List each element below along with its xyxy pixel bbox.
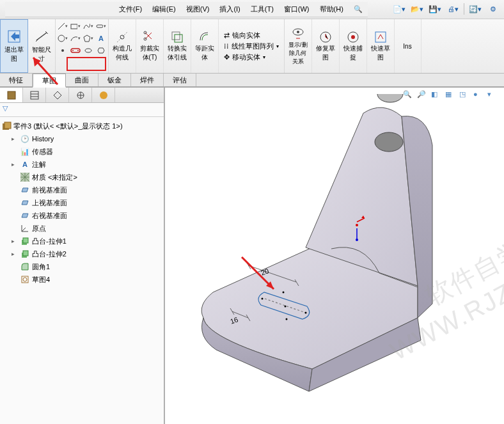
circle-tool-button[interactable]	[57, 33, 68, 44]
svg-rect-18	[375, 32, 386, 42]
svg-point-37	[305, 312, 307, 314]
text-tool-button[interactable]: A	[95, 33, 107, 44]
plane-icon	[20, 185, 30, 195]
tree-plane-right[interactable]: 右视基准面	[1, 209, 162, 222]
trim-button[interactable]: 剪裁实 体(T)	[136, 19, 164, 73]
tab-weldment[interactable]: 焊件	[131, 74, 164, 86]
menu-window[interactable]: 窗口(W)	[279, 3, 315, 16]
svg-point-36	[285, 306, 287, 308]
hex-tool-button[interactable]	[95, 45, 107, 56]
annotation-icon: A	[20, 159, 30, 169]
3d-viewport[interactable]: 🔍 🔎 ◧ ▦ ◳ ● ▾	[165, 88, 504, 424]
filter-icon[interactable]: ▽	[3, 104, 8, 112]
arc-tool-button[interactable]	[70, 33, 81, 44]
linear-pattern-button[interactable]: ⁞⁞线性草图阵列▾	[224, 42, 279, 51]
tree-material[interactable]: 材质 <未指定>	[1, 171, 162, 184]
tree-sensors[interactable]: 📊传感器	[1, 145, 162, 158]
new-icon[interactable]: 📄▾	[392, 3, 406, 15]
menu-view[interactable]: 视图(V)	[181, 3, 215, 16]
point-tool-button[interactable]	[57, 45, 68, 56]
menu-insert[interactable]: 插入(I)	[214, 3, 245, 16]
open-icon[interactable]: 📂▾	[410, 3, 424, 15]
instant-button[interactable]: Ins	[395, 19, 421, 73]
menu-edit[interactable]: 编辑(E)	[147, 3, 181, 16]
repair-sketch-button[interactable]: 修复草 图	[312, 19, 340, 73]
sketch-tools-group: A	[56, 19, 109, 73]
tree-plane-top[interactable]: 上视基准面	[1, 196, 162, 209]
display-relations-button[interactable]: 显示/删 除几何 关系	[285, 19, 312, 73]
smart-dimension-button[interactable]: 智能尺 寸	[28, 19, 56, 73]
tree-root[interactable]: 零件3 (默认< <默认>_显示状态 1>)	[1, 120, 162, 132]
offset-button[interactable]: 等距实 体	[191, 19, 219, 73]
separator	[464, 3, 464, 15]
tree-extrude2[interactable]: ▸凸台-拉伸2	[1, 247, 162, 260]
menu-file[interactable]: 文件(F)	[114, 3, 147, 16]
side-panel-tabs	[0, 88, 164, 103]
exit-sketch-button[interactable]: 退出草 图	[0, 19, 28, 73]
rebuild-icon[interactable]: 🔄▾	[468, 3, 482, 15]
line-tool-button[interactable]	[57, 20, 68, 32]
tab-surface[interactable]: 曲面	[66, 74, 98, 86]
ribbon-tabs: 特征 草图 曲面 钣金 焊件 评估	[0, 74, 504, 88]
tree-sketch4[interactable]: 草图4	[1, 273, 162, 286]
tab-sketch[interactable]: 草图	[33, 74, 66, 88]
tree-origin[interactable]: 原点	[1, 222, 162, 235]
svg-rect-27	[23, 238, 28, 243]
expand-icon[interactable]: ▸	[12, 238, 18, 244]
feature-tree-tab[interactable]	[0, 88, 23, 102]
tree-history[interactable]: ▸🕑History	[1, 132, 162, 145]
menu-tools[interactable]: 工具(T)	[246, 3, 279, 16]
save-icon[interactable]: 💾▾	[428, 3, 442, 15]
menu-find-icon[interactable]: 🔍	[349, 3, 368, 15]
menu-help[interactable]: 帮助(H)	[315, 3, 349, 16]
ellipse-tool-button[interactable]	[83, 45, 94, 56]
history-icon: 🕑	[20, 134, 30, 144]
feature-manager-panel: ▽ 零件3 (默认< <默认>_显示状态 1>) ▸🕑History 📊传感器 …	[0, 88, 165, 424]
convert-entities-button[interactable]: 转换实 体引线	[164, 19, 191, 73]
config-tab[interactable]	[46, 88, 69, 102]
tree-fillet1[interactable]: 圆角1	[1, 260, 162, 273]
expand-icon[interactable]: ▸	[12, 136, 18, 142]
construction-geometry-button[interactable]: 构造几 何线	[109, 19, 136, 73]
trim-label: 剪裁实 体(T)	[140, 44, 159, 62]
rect-tool-button[interactable]	[70, 20, 81, 32]
part-icon	[1, 121, 12, 131]
svg-point-7	[85, 49, 91, 52]
mirror-button[interactable]: ⇄镜向实体	[224, 31, 279, 40]
expand-icon[interactable]: ▸	[12, 161, 18, 168]
dimxpert-tab[interactable]	[69, 88, 92, 102]
origin-icon	[20, 223, 30, 233]
snap-icon	[346, 30, 360, 44]
tab-evaluate[interactable]: 评估	[164, 74, 196, 86]
tab-sheetmetal[interactable]: 钣金	[98, 74, 131, 86]
svg-point-5	[72, 50, 74, 51]
slot-tool-button[interactable]	[95, 20, 107, 32]
tree-plane-front[interactable]: 前视基准面	[1, 184, 162, 196]
ribbon-toolbar: 退出草 图 智能尺 寸 A 构造几 何线	[0, 19, 504, 74]
options-icon[interactable]: ⚙	[486, 3, 500, 15]
tree-annotations[interactable]: ▸A注解	[1, 158, 162, 171]
move-entities-button[interactable]: ✥移动实体▾	[224, 52, 279, 62]
quick-snap-button[interactable]: 快速捕 捉	[340, 19, 367, 73]
appearance-tab[interactable]	[92, 88, 115, 102]
construction-label: 构造几 何线	[113, 44, 132, 62]
mirror-label: 镜向实体	[232, 31, 260, 40]
move-icon: ✥	[224, 53, 230, 61]
svg-point-22	[100, 91, 107, 99]
quick-access-toolbar: 📄▾ 📂▾ 💾▾ 🖨▾ 🔄▾ ⚙	[392, 3, 500, 15]
rapid-sketch-button[interactable]: 快速草 图	[367, 19, 395, 73]
tree-root-label: 零件3 (默认< <默认>_显示状态 1>)	[13, 122, 123, 131]
material-icon	[20, 172, 30, 182]
tab-features[interactable]: 特征	[0, 74, 33, 86]
polygon-tool-button[interactable]	[83, 33, 94, 44]
expand-icon[interactable]: ▸	[12, 251, 18, 257]
print-icon[interactable]: 🖨▾	[446, 3, 460, 15]
tree-extrude1[interactable]: ▸凸台-拉伸1	[1, 235, 162, 247]
svg-point-33	[377, 94, 403, 102]
svg-rect-12	[175, 35, 182, 42]
slot-straight-button[interactable]	[70, 45, 81, 56]
property-tab[interactable]	[23, 88, 46, 102]
spline-tool-button[interactable]	[83, 20, 94, 32]
trim-icon	[143, 30, 157, 44]
part-model	[165, 94, 504, 414]
